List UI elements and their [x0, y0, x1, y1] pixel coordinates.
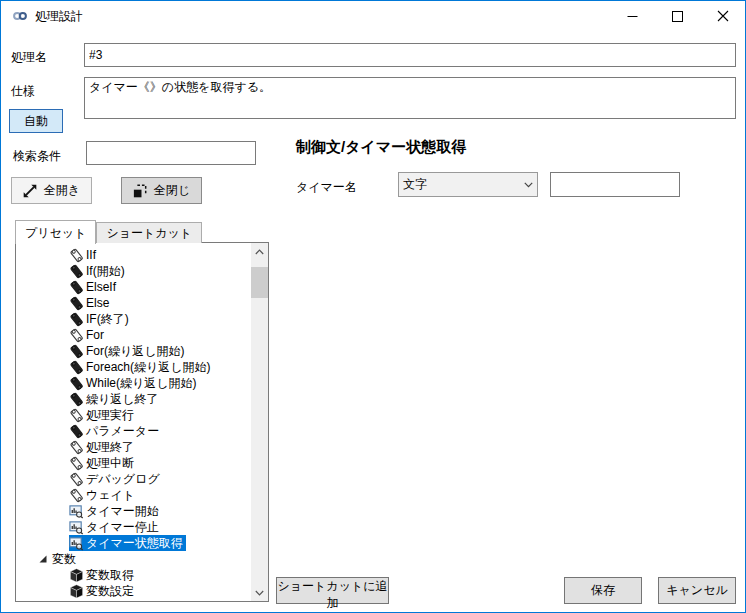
collapse-all-button[interactable]: 全閉じ [121, 177, 202, 204]
tree-item-icon [69, 488, 84, 503]
tab-shortcut[interactable]: ショートカット [96, 222, 202, 243]
tree-item-label: While(繰り返し開始) [86, 375, 197, 391]
window-title: 処理設計 [35, 8, 83, 25]
tree-item-icon [69, 360, 84, 375]
tab-preset[interactable]: プリセット [15, 220, 96, 244]
tree-item[interactable]: 変数 [16, 551, 251, 567]
expander-icon[interactable] [38, 554, 48, 564]
chevron-up-icon [255, 249, 264, 255]
tree-item-icon [69, 536, 84, 551]
tree-item-icon [69, 424, 84, 439]
tree-item[interactable]: タイマー状態取得 [16, 535, 251, 551]
close-button[interactable] [700, 1, 745, 31]
tree-item-label: IIf [86, 247, 96, 263]
tree-item[interactable]: Else [16, 295, 251, 311]
auto-button[interactable]: 自動 [9, 109, 63, 133]
tree-item-icon [69, 408, 84, 423]
timer-name-input[interactable] [550, 172, 680, 197]
tree-item-label: ウェイト [86, 487, 135, 503]
tree-item[interactable]: For [16, 327, 251, 343]
value-type-selected: 文字 [403, 176, 524, 193]
minimize-icon [627, 11, 638, 22]
tree-item-label: IF(終了) [86, 311, 129, 327]
spec-label: 仕様 [11, 83, 35, 100]
tree-item-label: Else [86, 295, 109, 311]
tree-item[interactable]: デバッグログ [16, 471, 251, 487]
scrollbar-down-button[interactable] [251, 584, 268, 601]
tree-item[interactable]: IIf [16, 247, 251, 263]
expand-all-button[interactable]: 全開き [11, 177, 92, 204]
tree-item-label: Foreach(繰り返し開始) [86, 359, 211, 375]
save-button[interactable]: 保存 [564, 577, 642, 604]
scrollbar-thumb[interactable] [251, 267, 268, 298]
tree-item[interactable]: While(繰り返し開始) [16, 375, 251, 391]
scrollbar-up-button[interactable] [251, 243, 268, 260]
search-condition-input[interactable] [86, 141, 256, 165]
preset-tree-panel: IIf If(開始) ElseIf Else IF(終了) For [15, 242, 269, 602]
tree-scrollbar[interactable] [251, 243, 268, 601]
tree-item-icon [69, 472, 84, 487]
expand-all-label: 全開き [44, 182, 80, 199]
tree-item-icon [69, 584, 84, 599]
tree-item[interactable]: 変数設定 [16, 583, 251, 599]
tree-item-icon [69, 440, 84, 455]
tree-item-label: タイマー停止 [86, 519, 159, 535]
process-name-label: 処理名 [11, 49, 47, 66]
tree-item[interactable]: 処理実行 [16, 407, 251, 423]
tree-item[interactable]: IF(終了) [16, 311, 251, 327]
search-condition-label: 検索条件 [13, 148, 61, 165]
timer-name-label: タイマー名 [296, 179, 357, 196]
add-to-shortcut-button[interactable]: ショートカットに追加 [276, 577, 389, 604]
tree-item-icon [69, 520, 84, 535]
tree-item[interactable]: タイマー停止 [16, 519, 251, 535]
cancel-button[interactable]: キャンセル [658, 577, 736, 604]
maximize-icon [672, 11, 683, 22]
collapse-all-icon [133, 184, 147, 198]
tree-item-label: For [86, 327, 104, 343]
tree-item-label: 処理終了 [86, 439, 134, 455]
value-type-select[interactable]: 文字 [398, 172, 538, 197]
tree-item[interactable]: ElseIf [16, 279, 251, 295]
tree-item-icon [69, 280, 84, 295]
tree-item-icon [69, 456, 84, 471]
chevron-down-icon [255, 590, 264, 596]
tree-item-icon [69, 504, 84, 519]
tree-item-label: デバッグログ [86, 471, 160, 487]
tree-item[interactable]: 処理中断 [16, 455, 251, 471]
collapse-all-label: 全閉じ [154, 182, 190, 199]
tree-item-icon [69, 376, 84, 391]
tree-item-label: 変数 [52, 551, 76, 567]
titlebar: 処理設計 [1, 1, 745, 31]
tree-item-label: 繰り返し終了 [86, 391, 159, 407]
close-icon [717, 10, 729, 22]
tree-item-icon [69, 312, 84, 327]
tree-item-icon [69, 296, 84, 311]
process-name-input[interactable] [84, 43, 736, 67]
tree-item-icon [69, 392, 84, 407]
tree-item-icon [69, 264, 84, 279]
tree-item-label: 処理中断 [86, 455, 134, 471]
tree-item-icon [69, 344, 84, 359]
tree-item-icon [69, 328, 84, 343]
tree-item[interactable]: パラメーター [16, 423, 251, 439]
maximize-button[interactable] [655, 1, 700, 31]
minimize-button[interactable] [610, 1, 655, 31]
process-design-dialog: 処理設計 処理名 仕様 タイマー《》の状態を取得する。 自動 検索条件 全開き [0, 0, 746, 613]
chevron-down-icon [524, 182, 533, 188]
tree-item[interactable]: 繰り返し終了 [16, 391, 251, 407]
tree-item[interactable]: 処理終了 [16, 439, 251, 455]
tree-item[interactable]: タイマー開始 [16, 503, 251, 519]
tree-item[interactable]: Foreach(繰り返し開始) [16, 359, 251, 375]
detail-heading: 制御文/タイマー状態取得 [296, 138, 466, 157]
tree-item[interactable]: 変数取得 [16, 567, 251, 583]
tab-strip: プリセット ショートカット [15, 219, 202, 243]
tree-item[interactable]: ウェイト [16, 487, 251, 503]
tree-item-label: 処理実行 [86, 407, 134, 423]
tree-item[interactable]: For(繰り返し開始) [16, 343, 251, 359]
spec-textarea[interactable]: タイマー《》の状態を取得する。 [84, 77, 736, 119]
preset-tree: IIf If(開始) ElseIf Else IF(終了) For [16, 243, 251, 601]
expand-all-icon [23, 184, 37, 198]
tree-item-label: 変数設定 [86, 583, 134, 599]
tree-item[interactable]: If(開始) [16, 263, 251, 279]
tree-item-icon [69, 568, 84, 583]
